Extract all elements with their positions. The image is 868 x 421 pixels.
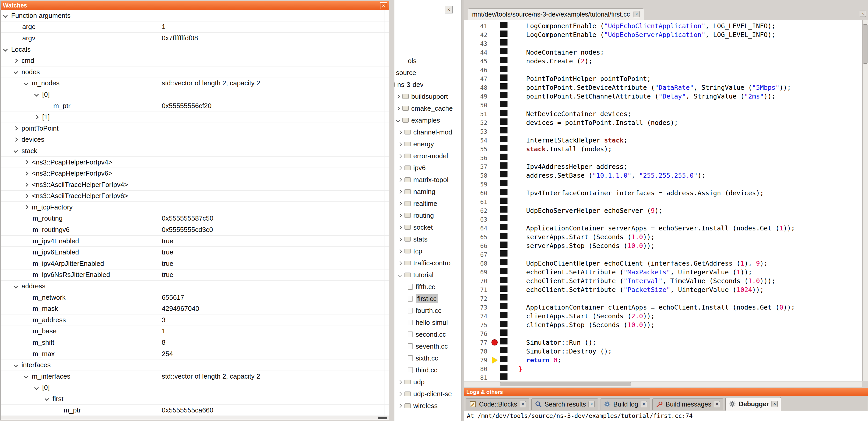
- tree-item[interactable]: fifth.cc: [394, 281, 461, 293]
- code-line[interactable]: echoClient.SetAttribute ("MaxPackets", U…: [507, 268, 752, 277]
- watch-row[interactable]: m_ipv4ArpJitterEnabledtrue: [1, 258, 389, 269]
- code-line[interactable]: echoClient.SetAttribute ("PacketSize", U…: [507, 286, 764, 294]
- breakpoint-margin[interactable]: [490, 162, 500, 171]
- panel-splitter[interactable]: [461, 0, 464, 421]
- code-line[interactable]: ApplicationContainer clientApps = echoCl…: [507, 303, 795, 312]
- line-number[interactable]: 60: [464, 189, 490, 198]
- tree-item[interactable]: examples: [394, 114, 461, 126]
- logs-tab-search-results[interactable]: Search results×: [531, 398, 598, 410]
- line-number[interactable]: 50: [464, 101, 490, 110]
- code-line[interactable]: [507, 329, 518, 338]
- tree-item[interactable]: matrix-topol: [394, 174, 461, 186]
- line-number[interactable]: 49: [464, 92, 490, 101]
- editor-tab[interactable]: mnt/dev/tools/source/ns-3-dev/examples/t…: [468, 8, 644, 20]
- breakpoint-margin[interactable]: [490, 136, 500, 145]
- expand-icon[interactable]: [398, 225, 402, 229]
- code-line[interactable]: [507, 180, 518, 189]
- watch-row[interactable]: [0]: [1, 382, 389, 394]
- watches-close-button[interactable]: ×: [380, 2, 387, 9]
- code-line[interactable]: PointToPointHelper pointToPoint;: [507, 74, 651, 83]
- watch-row[interactable]: stack: [1, 145, 389, 157]
- expand-icon[interactable]: [14, 137, 18, 142]
- collapse-icon[interactable]: [14, 284, 18, 288]
- expand-icon[interactable]: [14, 126, 18, 131]
- breakpoint-margin[interactable]: [490, 338, 500, 347]
- watch-row[interactable]: [0]: [1, 89, 389, 100]
- collapse-icon[interactable]: [396, 118, 400, 122]
- tree-item[interactable]: source: [394, 67, 461, 78]
- code-line[interactable]: NetDeviceContainer devices;: [507, 110, 631, 119]
- breakpoint-margin[interactable]: [490, 329, 500, 338]
- line-number[interactable]: 61: [464, 198, 490, 206]
- breakpoint-margin[interactable]: [490, 31, 500, 39]
- line-number[interactable]: 42: [464, 31, 490, 39]
- logs-tab-close-icon[interactable]: ×: [714, 401, 720, 407]
- code-line[interactable]: Ipv4InterfaceContainer interfaces = addr…: [507, 189, 764, 198]
- logs-tab-close-icon[interactable]: ×: [772, 401, 778, 407]
- line-number[interactable]: 63: [464, 215, 490, 224]
- breakpoint-margin[interactable]: [490, 180, 500, 189]
- line-number[interactable]: 57: [464, 162, 490, 171]
- breakpoint-margin[interactable]: [490, 154, 500, 162]
- breakpoint-margin[interactable]: [490, 83, 500, 92]
- collapse-icon[interactable]: [14, 70, 18, 74]
- watches-hscrollbar[interactable]: [1, 416, 389, 420]
- tree-item[interactable]: sixth.cc: [394, 352, 461, 364]
- line-number[interactable]: 47: [464, 74, 490, 83]
- breakpoint-margin[interactable]: [490, 189, 500, 198]
- line-number[interactable]: 55: [464, 145, 490, 154]
- code-line[interactable]: UdpEchoClientHelper echoClient (interfac…: [507, 259, 768, 268]
- expand-icon[interactable]: [398, 166, 402, 170]
- breakpoint-margin[interactable]: [490, 233, 500, 241]
- logs-titlebar[interactable]: Logs & others: [464, 388, 868, 396]
- line-number[interactable]: 64: [464, 224, 490, 233]
- tree-item[interactable]: naming: [394, 186, 461, 198]
- collapse-icon[interactable]: [3, 13, 8, 18]
- logs-tab-debugger[interactable]: Debugger×: [725, 397, 781, 411]
- watch-row[interactable]: <ns3::AsciiTraceHelperForIpv6>: [1, 191, 389, 202]
- code-line[interactable]: serverApps.Start (Seconds (1.0));: [507, 233, 655, 241]
- watch-row[interactable]: m_address3: [1, 315, 389, 326]
- code-line[interactable]: clientApps.Stop (Seconds (10.0));: [507, 321, 655, 329]
- tree-item[interactable]: ns-3-dev: [394, 78, 461, 91]
- code-line[interactable]: InternetStackHelper stack;: [507, 136, 627, 145]
- watches-titlebar[interactable]: Watches ×: [1, 1, 389, 10]
- watch-row[interactable]: interfaces: [1, 359, 389, 371]
- tree-item[interactable]: tcp: [394, 245, 461, 257]
- breakpoint-margin[interactable]: [490, 74, 500, 83]
- breakpoint-margin[interactable]: [490, 259, 500, 268]
- expand-icon[interactable]: [398, 190, 402, 194]
- breakpoint-margin[interactable]: [490, 206, 500, 215]
- collapse-icon[interactable]: [34, 92, 39, 97]
- code-line[interactable]: [507, 215, 518, 224]
- watch-row[interactable]: m_routingv60x5555555cd3c0: [1, 224, 389, 235]
- breakpoint-margin[interactable]: [490, 286, 500, 294]
- expand-icon[interactable]: [398, 261, 402, 265]
- watch-row[interactable]: first: [1, 393, 389, 405]
- code-area[interactable]: 41 LogComponentEnable ("UdpEchoClientApp…: [464, 20, 862, 381]
- collapse-icon[interactable]: [34, 385, 39, 390]
- tree-item[interactable]: socket: [394, 221, 461, 233]
- watch-row[interactable]: argv0x7fffffffdf08: [1, 33, 389, 44]
- breakpoint-margin[interactable]: [490, 171, 500, 180]
- line-number[interactable]: 51: [464, 110, 490, 119]
- watch-row[interactable]: m_ptr0x5555555ca660: [1, 405, 389, 416]
- code-line[interactable]: ApplicationContainer serverApps = echoSe…: [507, 224, 795, 233]
- tree-item[interactable]: udp-client-se: [394, 388, 461, 400]
- watch-row[interactable]: m_ptr0x55555556cf20: [1, 100, 389, 112]
- collapse-icon[interactable]: [24, 374, 28, 379]
- logs-tab-code-blocks[interactable]: Code::Blocks×: [466, 398, 529, 410]
- line-number[interactable]: 78: [464, 347, 490, 356]
- line-number[interactable]: 52: [464, 119, 490, 127]
- watch-row[interactable]: m_interfacesstd::vector of length 2, cap…: [1, 371, 389, 382]
- tree-item[interactable]: first.cc: [394, 293, 461, 304]
- code-line[interactable]: LogComponentEnable ("UdpEchoServerApplic…: [507, 31, 775, 39]
- breakpoint-margin[interactable]: [490, 57, 500, 66]
- breakpoint-margin[interactable]: [490, 312, 500, 321]
- watch-row[interactable]: m_ipv6Enabledtrue: [1, 247, 389, 258]
- hscroll-thumb[interactable]: [500, 382, 631, 386]
- breakpoint-margin[interactable]: [490, 277, 500, 286]
- line-number[interactable]: 53: [464, 127, 490, 136]
- line-number[interactable]: 66: [464, 241, 490, 250]
- watch-row[interactable]: Function arguments: [1, 10, 389, 22]
